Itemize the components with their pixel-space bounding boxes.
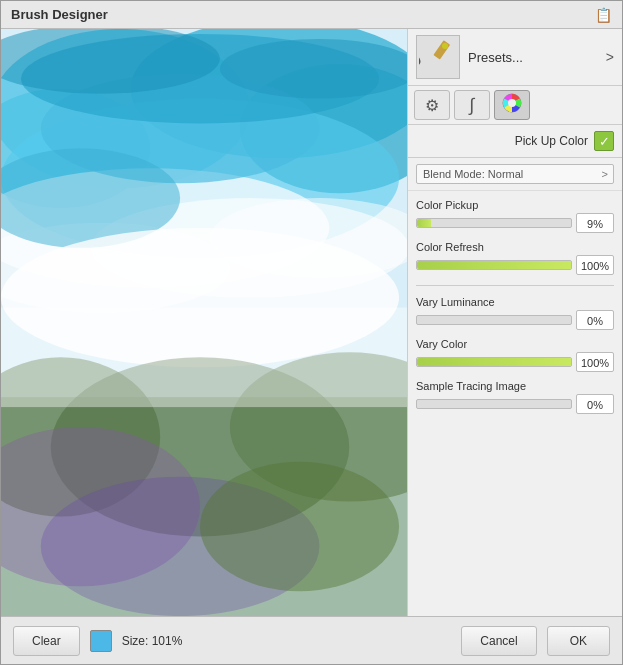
slider-track-color-refresh — [416, 260, 572, 270]
blend-mode-wrapper: Blend Mode: Normal Blend Mode: Multiply … — [416, 164, 614, 184]
color-wheel-icon — [502, 93, 522, 117]
svg-point-25 — [419, 52, 423, 68]
checkmark-icon: ✓ — [599, 134, 610, 149]
sliders-section: Color Pickup 9% Color Refresh — [408, 191, 622, 422]
pickup-color-checkbox[interactable]: ✓ — [594, 131, 614, 151]
slider-container-vary-luminance — [416, 315, 572, 325]
slider-row-vary-luminance: Vary Luminance 0% — [416, 296, 614, 330]
slider-top-color-refresh: Color Refresh — [416, 241, 614, 253]
slider-track-vary-color — [416, 357, 572, 367]
tab-curve[interactable]: ∫ — [454, 90, 490, 120]
sample-tracing-value[interactable]: 0% — [576, 394, 614, 414]
svg-point-26 — [442, 43, 448, 49]
vary-color-value[interactable]: 100% — [576, 352, 614, 372]
slider-fill-color-pickup — [417, 219, 431, 227]
painting-canvas[interactable] — [1, 29, 407, 616]
slider-row-color-pickup: Color Pickup 9% — [416, 199, 614, 233]
presets-bar: Presets... > — [408, 29, 622, 86]
bottom-bar: Clear Size: 101% Cancel OK — [1, 616, 622, 664]
slider-group-color-refresh: 100% — [416, 255, 614, 275]
slider-container-color-refresh — [416, 260, 572, 270]
slider-fill-vary-color — [417, 358, 571, 366]
svg-point-28 — [508, 99, 516, 107]
canvas-area[interactable] — [1, 29, 407, 616]
slider-track-sample-tracing — [416, 399, 572, 409]
tab-color[interactable] — [494, 90, 530, 120]
particles-icon: ⚙ — [425, 96, 439, 115]
right-panel: Presets... > ⚙ ∫ — [407, 29, 622, 616]
slider-top-color-pickup: Color Pickup — [416, 199, 614, 211]
brush-designer-window: Brush Designer 📋 — [0, 0, 623, 665]
pickup-color-label: Pick Up Color — [515, 134, 588, 148]
slider-row-sample-tracing: Sample Tracing Image 0% — [416, 380, 614, 414]
slider-fill-color-refresh — [417, 261, 571, 269]
slider-group-vary-luminance: 0% — [416, 310, 614, 330]
slider-top-sample-tracing: Sample Tracing Image — [416, 380, 614, 392]
slider-row-color-refresh: Color Refresh 100% — [416, 241, 614, 275]
blend-mode-row: Blend Mode: Normal Blend Mode: Multiply … — [408, 158, 622, 191]
brush-icon — [419, 38, 457, 76]
slider-container-vary-color — [416, 357, 572, 367]
size-label: Size: 101% — [122, 634, 183, 648]
slider-track-vary-luminance — [416, 315, 572, 325]
color-refresh-label: Color Refresh — [416, 241, 484, 253]
svg-rect-20 — [1, 308, 407, 408]
color-refresh-value[interactable]: 100% — [576, 255, 614, 275]
slider-container-color-pickup — [416, 218, 572, 228]
window-title: Brush Designer — [11, 7, 108, 22]
clear-button[interactable]: Clear — [13, 626, 80, 656]
main-content: Presets... > ⚙ ∫ — [1, 29, 622, 616]
presets-label: Presets... — [468, 50, 602, 65]
curve-icon: ∫ — [470, 95, 475, 116]
slider-group-sample-tracing: 0% — [416, 394, 614, 414]
slider-track-color-pickup — [416, 218, 572, 228]
brush-icon-box — [416, 35, 460, 79]
cancel-button[interactable]: Cancel — [461, 626, 536, 656]
sample-tracing-label: Sample Tracing Image — [416, 380, 526, 392]
pickup-color-row: Pick Up Color ✓ — [408, 125, 622, 158]
color-pickup-value[interactable]: 9% — [576, 213, 614, 233]
tab-bar: ⚙ ∫ — [408, 86, 622, 125]
ok-button[interactable]: OK — [547, 626, 610, 656]
title-bar-icon: 📋 — [595, 7, 612, 23]
slider-top-vary-color: Vary Color — [416, 338, 614, 350]
vary-luminance-label: Vary Luminance — [416, 296, 495, 308]
color-pickup-label: Color Pickup — [416, 199, 478, 211]
svg-point-19 — [200, 462, 399, 591]
svg-rect-24 — [433, 40, 450, 59]
presets-arrow[interactable]: > — [606, 49, 614, 65]
slider-top-vary-luminance: Vary Luminance — [416, 296, 614, 308]
slider-row-vary-color: Vary Color 100% — [416, 338, 614, 372]
slider-group-vary-color: 100% — [416, 352, 614, 372]
slider-group-color-pickup: 9% — [416, 213, 614, 233]
vary-color-label: Vary Color — [416, 338, 467, 350]
color-swatch[interactable] — [90, 630, 112, 652]
tab-particles[interactable]: ⚙ — [414, 90, 450, 120]
blend-mode-select[interactable]: Blend Mode: Normal Blend Mode: Multiply … — [416, 164, 614, 184]
title-bar: Brush Designer 📋 — [1, 1, 622, 29]
slider-container-sample-tracing — [416, 399, 572, 409]
vary-luminance-value[interactable]: 0% — [576, 310, 614, 330]
divider-1 — [416, 285, 614, 286]
